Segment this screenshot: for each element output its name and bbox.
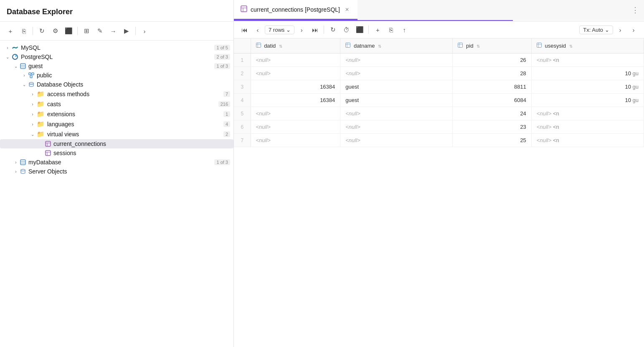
pencil-icon: ✎ <box>97 27 103 35</box>
add-row-button[interactable]: + <box>371 24 384 36</box>
svg-rect-17 <box>20 160 25 165</box>
chevron-right-icon: › <box>144 28 146 35</box>
navigate-button[interactable]: → <box>107 25 119 37</box>
sidebar-item-server-objects[interactable]: › Server Objects <box>0 167 233 176</box>
prev-page-button[interactable]: ‹ <box>251 24 264 36</box>
tx-last-button[interactable]: › <box>627 24 640 36</box>
sidebar-item-postgresql[interactable]: ⌄ PostgreSQL 2 of 3 <box>0 52 233 61</box>
column-header-pid[interactable]: pid ⇅ <box>453 38 531 54</box>
run-button[interactable]: ▶ <box>120 25 133 37</box>
sidebar-item-virtual-views[interactable]: ⌄ 📁 virtual views 2 <box>0 129 233 139</box>
clone-row-button[interactable]: ⎘ <box>385 24 397 36</box>
chevron-right-icon: › <box>28 92 37 97</box>
next-page-button[interactable]: › <box>295 24 308 36</box>
row-number-header <box>234 38 251 54</box>
cancel-query-button[interactable]: ⬛ <box>353 24 366 36</box>
cell-datname[interactable]: <null> <box>340 120 453 134</box>
cell-datname[interactable]: <null> <box>340 54 453 67</box>
cell-usesysid[interactable]: <null> <n <box>531 134 644 147</box>
sidebar-item-access-methods[interactable]: › 📁 access methods 7 <box>0 89 233 99</box>
cell-datname[interactable]: <null> <box>340 67 453 80</box>
copy-icon: ⎘ <box>22 28 26 35</box>
cell-usesysid[interactable]: <null> <n <box>531 107 644 120</box>
cell-pid[interactable]: 24 <box>453 107 531 120</box>
folder-icon: 📁 <box>37 110 45 118</box>
tx-dropdown-icon: ⌄ <box>605 27 609 33</box>
cell-usesysid[interactable]: 10 gu <box>531 80 644 94</box>
cell-datid[interactable]: <null> <box>251 54 340 67</box>
sort-icon: ⇅ <box>378 44 381 48</box>
cell-datid[interactable]: <null> <box>251 107 340 120</box>
sidebar-item-extensions-label: extensions <box>47 111 221 117</box>
sidebar-item-guest[interactable]: ⌄ guest 1 of 3 <box>0 61 233 71</box>
rows-dropdown-icon: ⌄ <box>286 27 291 33</box>
table-row: 2 <null> <null> 28 10 gu <box>234 67 644 80</box>
rows-selector[interactable]: 7 rows ⌄ <box>265 26 294 34</box>
chevron-right-icon: › <box>633 26 635 33</box>
database-icon <box>20 63 26 69</box>
cell-usesysid[interactable]: 10 gu <box>531 94 644 107</box>
copy-button[interactable]: ⎘ <box>18 25 30 37</box>
cell-pid[interactable]: 28 <box>453 67 531 80</box>
cell-datid[interactable]: 16384 <box>251 94 340 107</box>
cell-pid[interactable]: 25 <box>453 134 531 147</box>
cell-pid[interactable]: 23 <box>453 120 531 134</box>
cell-datid[interactable]: <null> <box>251 134 340 147</box>
cell-datname[interactable]: guest <box>340 94 453 107</box>
svg-point-20 <box>21 169 25 171</box>
chevron-down-icon: ⌄ <box>28 132 37 137</box>
refresh-data-button[interactable]: ↻ <box>327 24 339 36</box>
refresh-button[interactable]: ↻ <box>35 25 48 37</box>
tab-current-connections[interactable]: current_connections [PostgreSQL] ✕ <box>234 0 357 20</box>
sidebar-item-dbobjects[interactable]: ⌄ Database Objects <box>0 80 233 89</box>
view-tab-icon <box>241 5 247 13</box>
cell-usesysid[interactable]: 10 gu <box>531 67 644 80</box>
first-page-button[interactable]: ⏮ <box>238 24 251 36</box>
more-button[interactable]: › <box>138 25 151 37</box>
sidebar-item-sessions[interactable]: sessions <box>0 148 233 158</box>
data-grid: datid ⇅ datname ⇅ <box>234 38 644 347</box>
chevron-down-icon: ⌄ <box>3 55 12 59</box>
cell-pid[interactable]: 8811 <box>453 80 531 94</box>
cell-datname[interactable]: <null> <box>340 107 453 120</box>
add-button[interactable]: + <box>4 25 17 37</box>
sidebar-item-casts-badge: 216 <box>218 101 230 107</box>
table-view-button[interactable]: ⊞ <box>80 25 93 37</box>
tx-next-button[interactable]: › <box>614 24 626 36</box>
sidebar-item-public[interactable]: › public <box>0 71 233 80</box>
transaction-selector[interactable]: Tx: Auto ⌄ <box>579 26 613 34</box>
table-row: 5 <null> <null> 24 <null> <n <box>234 107 644 120</box>
cell-datid[interactable]: <null> <box>251 67 340 80</box>
column-header-datname[interactable]: datname ⇅ <box>340 38 453 54</box>
cell-usesysid[interactable]: <null> <n <box>531 120 644 134</box>
history-button[interactable]: ⏱ <box>340 24 352 36</box>
cell-datid[interactable]: 16384 <box>251 80 340 94</box>
settings-button[interactable]: ⚙ <box>49 25 61 37</box>
edit-button[interactable]: ✎ <box>94 25 106 37</box>
sidebar-item-mysql[interactable]: › MySQL 1 of 5 <box>0 43 233 52</box>
sidebar-item-mydatabase[interactable]: › myDatabase 1 of 3 <box>0 158 233 167</box>
svg-rect-30 <box>458 43 463 48</box>
tab-menu-button[interactable]: ⋮ <box>626 0 644 20</box>
sort-icon: ⇅ <box>477 44 480 48</box>
column-header-datid[interactable]: datid ⇅ <box>251 38 340 54</box>
cell-datname[interactable]: guest <box>340 80 453 94</box>
stop-button[interactable]: ⬛ <box>62 25 75 37</box>
cell-datid[interactable]: <null> <box>251 120 340 134</box>
row-number: 3 <box>234 80 251 94</box>
cell-pid[interactable]: 26 <box>453 54 531 67</box>
column-header-usesysid[interactable]: usesysid ⇅ <box>531 38 644 54</box>
sidebar-item-extensions[interactable]: › 📁 extensions 1 <box>0 109 233 119</box>
sidebar-item-casts[interactable]: › 📁 casts 216 <box>0 99 233 109</box>
folder-icon: 📁 <box>37 90 45 98</box>
cell-pid[interactable]: 6084 <box>453 94 531 107</box>
tab-close-button[interactable]: ✕ <box>343 6 351 13</box>
cell-usesysid[interactable]: <null> <n <box>531 54 644 67</box>
export-button[interactable]: ↑ <box>398 24 411 36</box>
last-page-button[interactable]: ⏭ <box>309 24 321 36</box>
cell-datname[interactable]: <null> <box>340 134 453 147</box>
table-body: 1 <null> <null> 26 <null> <n 2 <null> <n… <box>234 54 644 147</box>
tab-bar: current_connections [PostgreSQL] ✕ ⋮ <box>234 0 644 20</box>
sidebar-item-current-connections[interactable]: current_connections <box>0 139 233 148</box>
sidebar-item-languages[interactable]: › 📁 languages 4 <box>0 119 233 129</box>
